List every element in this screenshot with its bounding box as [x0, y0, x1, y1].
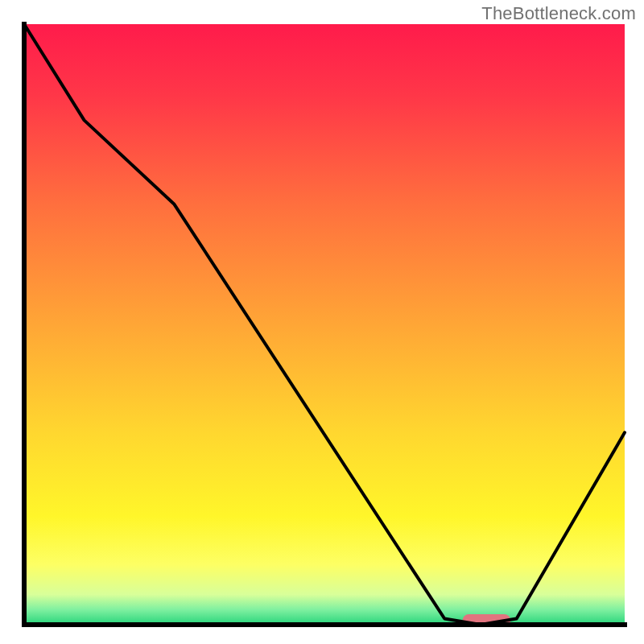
- attribution-label: TheBottleneck.com: [481, 3, 636, 24]
- plot-background: [24, 24, 625, 625]
- chart-container: TheBottleneck.com: [0, 0, 644, 644]
- bottleneck-chart: [0, 0, 644, 644]
